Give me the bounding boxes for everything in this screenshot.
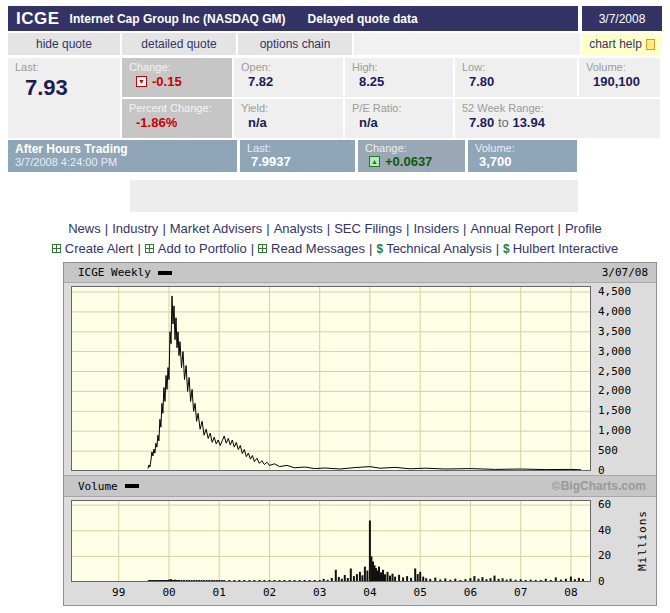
- x-axis-tick: 02: [263, 586, 276, 599]
- x-axis-tick: 08: [564, 586, 577, 599]
- grid-icon: [145, 244, 154, 253]
- link-separator: |: [105, 221, 108, 236]
- link-insiders[interactable]: Insiders: [413, 221, 459, 236]
- quote-low: Low: 7.80: [455, 58, 577, 97]
- volume-y-tick: 40: [598, 524, 611, 537]
- nav-links: News|Industry|Market Advisers|Analysts|S…: [0, 221, 670, 236]
- tab-detailed-quote[interactable]: detailed quote: [122, 33, 236, 55]
- link-profile[interactable]: Profile: [565, 221, 602, 236]
- yield-value: n/a: [241, 115, 339, 130]
- ah-change-label: Change:: [365, 142, 461, 154]
- open-label: Open:: [241, 61, 339, 73]
- price-chart-frame: ICGE Weekly 3/07/08 Volume ©BigCharts.co…: [63, 262, 657, 606]
- after-hours-last: Last: 7.9937: [240, 140, 355, 172]
- range-low: 7.80: [469, 115, 494, 130]
- after-hours-row: After Hours Trading 3/7/2008 4:24:00 PM …: [8, 140, 662, 172]
- volume-value: 190,100: [586, 74, 656, 89]
- link-technical-analysis[interactable]: $Technical Analysis: [376, 241, 491, 256]
- after-hours-title-cell: After Hours Trading 3/7/2008 4:24:00 PM: [8, 140, 237, 172]
- low-value: 7.80: [462, 74, 573, 89]
- tab-chart-help[interactable]: chart help: [582, 33, 662, 55]
- link-separator: |: [463, 221, 466, 236]
- after-hours-change: Change: +0.0637: [358, 140, 465, 172]
- volume-label: Volume:: [586, 61, 656, 73]
- link-separator: |: [162, 221, 165, 236]
- price-legend-dash-icon: [158, 271, 172, 275]
- x-axis-tick: 99: [112, 586, 125, 599]
- dollar-icon: $: [503, 242, 510, 256]
- price-y-tick: 2,500: [598, 365, 631, 378]
- yield-label: Yield:: [241, 102, 339, 114]
- quote-pe-ratio: P/E Ratio: n/a: [345, 99, 453, 138]
- high-value: 8.25: [352, 74, 449, 89]
- chart-title: ICGE Weekly: [78, 266, 151, 279]
- link-news[interactable]: News: [68, 221, 101, 236]
- link-industry[interactable]: Industry: [112, 221, 158, 236]
- millions-axis-label: Millions: [636, 501, 652, 581]
- x-axis-tick: 07: [514, 586, 527, 599]
- percent-change-label: Percent Change:: [129, 102, 228, 114]
- quote-date: 3/7/2008: [582, 6, 662, 31]
- pe-ratio-label: P/E Ratio:: [352, 102, 449, 114]
- high-label: High:: [352, 61, 449, 73]
- percent-change-value: -1.86%: [129, 115, 228, 130]
- delayed-quote-note: Delayed quote data: [308, 12, 418, 26]
- price-y-tick: 2,000: [598, 384, 631, 397]
- up-arrow-icon: [369, 156, 380, 167]
- tab-options-chain[interactable]: options chain: [238, 33, 352, 55]
- ah-last-value: 7.9937: [247, 154, 351, 169]
- quote-high: High: 8.25: [345, 58, 453, 97]
- last-label: Last:: [15, 61, 116, 73]
- tabs-spacer: [354, 33, 580, 55]
- volume-y-tick: 20: [598, 549, 611, 562]
- x-axis-tick: 01: [213, 586, 226, 599]
- volume-plot: [71, 500, 591, 582]
- link-analysts[interactable]: Analysts: [274, 221, 323, 236]
- ad-placeholder: [130, 180, 578, 212]
- low-label: Low:: [462, 61, 573, 73]
- 52-week-range-value: 7.80 to 13.94: [462, 115, 656, 130]
- quote-yield: Yield: n/a: [234, 99, 343, 138]
- x-axis-tick: 03: [313, 586, 326, 599]
- ah-change-value-wrap: +0.0637: [365, 154, 461, 169]
- link-read-messages[interactable]: Read Messages: [258, 241, 365, 256]
- pe-ratio-value: n/a: [352, 115, 449, 130]
- x-axis-tick: 06: [464, 586, 477, 599]
- x-axis-tick: 00: [162, 586, 175, 599]
- grid-icon: [52, 244, 61, 253]
- help-icon: [646, 39, 655, 50]
- price-y-tick: 4,000: [598, 305, 631, 318]
- header-bar: ICGE Internet Cap Group Inc (NASDAQ GM) …: [8, 6, 578, 31]
- volume-y-tick: 60: [598, 498, 611, 511]
- price-y-tick: 0: [598, 464, 605, 477]
- link-sec-filings[interactable]: SEC Filings: [334, 221, 402, 236]
- link-separator: |: [266, 221, 269, 236]
- ticker-symbol: ICGE: [16, 9, 60, 29]
- link-market-advisers[interactable]: Market Advisers: [170, 221, 262, 236]
- link-add-to-portfolio[interactable]: Add to Portfolio: [145, 241, 247, 256]
- after-hours-timestamp: 3/7/2008 4:24:00 PM: [15, 156, 233, 168]
- volume-title: Volume: [78, 480, 118, 493]
- after-hours-volume: Volume: 3,700: [468, 140, 577, 172]
- last-value: 7.93: [15, 75, 116, 101]
- link-hulbert-interactive[interactable]: $Hulbert Interactive: [503, 241, 618, 256]
- tab-hide-quote[interactable]: hide quote: [8, 33, 120, 55]
- range-high: 13.94: [512, 115, 545, 130]
- link-separator: |: [406, 221, 409, 236]
- link-annual-report[interactable]: Annual Report: [470, 221, 553, 236]
- open-value: 7.82: [241, 74, 339, 89]
- volume-title-bar: Volume ©BigCharts.com: [64, 475, 656, 497]
- quote-52-week-range: 52 Week Range: 7.80 to 13.94: [455, 99, 660, 138]
- quote-last: Last: 7.93: [8, 58, 120, 138]
- link-separator: |: [137, 241, 140, 256]
- chart-date: 3/07/08: [602, 266, 648, 279]
- down-arrow-icon: [136, 76, 147, 87]
- link-separator: |: [558, 221, 561, 236]
- range-separator: to: [498, 115, 509, 130]
- tabs-row: hide quote detailed quote options chain …: [8, 33, 662, 55]
- action-links: Create Alert|Add to Portfolio|Read Messa…: [0, 241, 670, 256]
- link-create-alert[interactable]: Create Alert: [52, 241, 134, 256]
- 52-week-range-label: 52 Week Range:: [462, 102, 656, 114]
- volume-y-tick: 0: [598, 575, 605, 588]
- price-y-tick: 1,000: [598, 424, 631, 437]
